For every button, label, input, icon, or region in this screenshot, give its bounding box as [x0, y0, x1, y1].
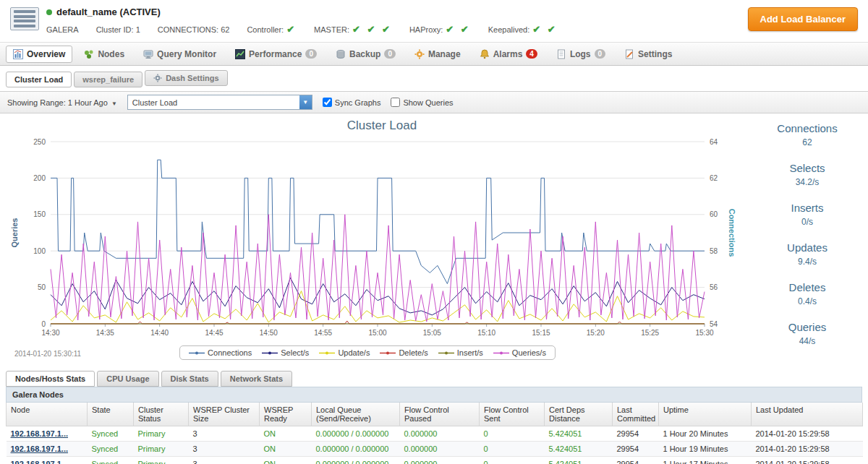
node-link[interactable]: 192.168.197.1... [11, 429, 69, 438]
stat-label: Inserts [746, 202, 868, 214]
sub-tabs: Cluster Loadwsrep_failureDash Settings [0, 66, 868, 87]
cell-wsrep-ready: ON [260, 442, 312, 457]
chart-legend: ConnectionsSelect/sUpdate/sDelete/sInser… [179, 345, 556, 360]
tab-badge: 4 [526, 49, 537, 59]
subtab-wsrep-failure[interactable]: wsrep_failure [74, 72, 142, 87]
settings-icon [624, 49, 634, 59]
cell-cert-deps-distance: 5.424051 [545, 426, 613, 442]
legend-label: Queries/s [512, 348, 546, 357]
svg-text:Queries: Queries [10, 218, 19, 248]
stats-panel: Connections62Selects34.2/sInserts0/sUpda… [746, 122, 868, 361]
legend-label: Insert/s [457, 348, 483, 357]
sync-graphs-option: Sync Graphs [323, 98, 381, 107]
legend-item-select-s[interactable]: Select/s [262, 348, 309, 357]
stat-selects: Selects34.2/s [746, 162, 868, 187]
tab-alarms[interactable]: Alarms4 [472, 46, 545, 63]
cell-flow-control-paused: 0.000000 [400, 442, 480, 457]
column-header-last-committed: Last Committed [613, 403, 659, 426]
svg-text:15:25: 15:25 [641, 329, 659, 337]
subtab-cluster-load[interactable]: Cluster Load [6, 72, 72, 87]
cell-uptime: 1 Hour 19 Minutes [659, 442, 752, 457]
legend-item-delete-s[interactable]: Delete/s [380, 348, 427, 357]
svg-text:15:10: 15:10 [477, 329, 495, 337]
chart-title: Cluster Load [0, 117, 735, 134]
healthcheck-master: MASTER:✔ ✔ ✔ [314, 25, 392, 34]
graph-select[interactable]: Cluster Load ▼ [127, 95, 312, 110]
cell-last-committed: 29954 [613, 426, 659, 442]
logs-icon [556, 49, 566, 59]
tab-performance[interactable]: Performance0 [228, 46, 324, 63]
legend-marker-icon [262, 350, 278, 356]
svg-text:14:45: 14:45 [205, 329, 223, 337]
alarms-icon [480, 49, 490, 59]
node-link[interactable]: 192.168.197.1... [11, 444, 69, 453]
cell-wsrep-cluster-size: 3 [189, 426, 260, 442]
health-checks: Controller:✔MASTER:✔ ✔ ✔HAProxy:✔ ✔Keepa… [247, 24, 574, 35]
cell-flow-control-sent: 0 [480, 442, 545, 457]
cluster-type: GALERA [46, 25, 79, 34]
subtab-dash-settings[interactable]: Dash Settings [145, 70, 227, 86]
stats-tab-cpu-usage[interactable]: CPU Usage [97, 371, 158, 387]
cell-local-queue: 0.000000 / 0.000000 [312, 426, 400, 442]
caret-down-icon: ▼ [111, 100, 117, 107]
legend-marker-icon [319, 350, 335, 356]
tab-label: Manage [428, 49, 461, 59]
svg-text:15:30: 15:30 [695, 329, 713, 337]
column-header-flow-control-sent: Flow Control Sent [480, 403, 545, 426]
svg-text:54: 54 [710, 320, 718, 328]
stats-tab-nodes-hosts-stats[interactable]: Nodes/Hosts Stats [6, 371, 95, 387]
tab-overview[interactable]: Overview [6, 46, 72, 63]
cluster-name: default_name (ACTIVE) [56, 7, 161, 17]
tab-label: Settings [638, 49, 672, 59]
legend-item-queries-s[interactable]: Queries/s [493, 348, 546, 357]
legend-item-update-s[interactable]: Update/s [319, 348, 370, 357]
query-monitor-icon [143, 49, 153, 59]
svg-text:64: 64 [710, 138, 718, 146]
legend-item-connections[interactable]: Connections [189, 348, 252, 357]
cell-local-queue: 0.000000 / 0.000000 [312, 442, 400, 457]
check-icon: ✔ [286, 24, 297, 35]
cell-flow-control-paused: 0.000000 [400, 457, 480, 464]
check-icon: ✔ ✔ [532, 24, 557, 35]
tab-manage[interactable]: Manage [407, 46, 468, 63]
svg-text:15:20: 15:20 [587, 329, 605, 337]
healthcheck-keepalived: Keepalived:✔ ✔ [488, 25, 558, 34]
stat-value: 0.4/s [746, 296, 868, 306]
legend-label: Update/s [338, 348, 370, 357]
stat-updates: Updates9.4/s [746, 241, 868, 267]
showing-range-dropdown[interactable]: Showing Range: 1 Hour Ago ▼ [7, 98, 117, 107]
column-header-local-queue-send-receive: Local Queue (Send/Receive) [312, 403, 400, 426]
add-load-balancer-button[interactable]: Add Load Balancer [748, 7, 858, 31]
stats-tab-network-stats[interactable]: Network Stats [221, 371, 292, 387]
tab-label: Nodes [98, 49, 124, 59]
stat-value: 44/s [746, 336, 868, 346]
stats-tab-disk-stats[interactable]: Disk Stats [161, 371, 218, 387]
svg-text:60: 60 [710, 210, 718, 218]
show-queries-checkbox[interactable] [391, 98, 400, 107]
subtab-label: Cluster Load [14, 75, 63, 84]
controls-bar: Showing Range: 1 Hour Ago ▼ Cluster Load… [0, 91, 868, 113]
legend-item-insert-s[interactable]: Insert/s [438, 348, 483, 357]
cell-node: 192.168.197.1 [7, 457, 88, 464]
column-header-cert-deps-distance: Cert Deps Distance [545, 403, 613, 426]
subtab-label: Dash Settings [166, 74, 218, 82]
svg-text:62: 62 [710, 174, 718, 182]
sync-graphs-checkbox[interactable] [323, 98, 332, 107]
tab-nodes[interactable]: Nodes [77, 46, 132, 63]
tab-query-monitor[interactable]: Query Monitor [136, 46, 224, 63]
tab-logs[interactable]: Logs0 [549, 46, 613, 63]
graph-select-value: Cluster Load [132, 98, 177, 107]
node-link[interactable]: 192.168.197.1 [11, 460, 61, 464]
cell-cert-deps-distance: 5.424051 [545, 442, 613, 457]
tab-label: Overview [27, 49, 65, 59]
stat-value: 62 [746, 137, 868, 147]
cell-cluster-status: Primary [134, 442, 189, 457]
tab-settings[interactable]: Settings [617, 46, 679, 63]
showing-range-label: Showing Range: 1 Hour Ago [7, 98, 108, 107]
status-dot [46, 9, 52, 15]
cell-flow-control-sent: 0 [480, 457, 545, 464]
tab-backup[interactable]: Backup0 [328, 46, 403, 63]
svg-text:Connections: Connections [728, 209, 736, 257]
cell-state: Synced [88, 426, 134, 442]
chart-timestamp: 2014-01-20 15:30:11 [14, 350, 81, 358]
